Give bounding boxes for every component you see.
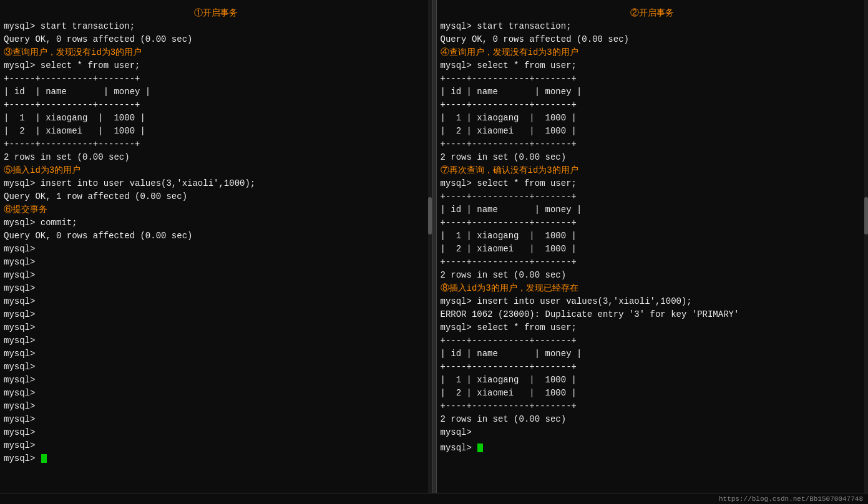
- panel-divider[interactable]: [432, 0, 437, 493]
- left-line: mysql> commit;: [4, 216, 428, 230]
- right-line: 2 rows in set (0.00 sec): [441, 413, 865, 426]
- left-line: mysql>: [4, 439, 428, 452]
- left-line: mysql>: [4, 243, 428, 256]
- right-content: mysql> start transaction;Query OK, 0 row…: [441, 20, 865, 439]
- right-line: | 1 | xiaogang | 1000 |: [441, 230, 865, 243]
- right-line: | 2 | xiaomei | 1000 |: [441, 125, 865, 138]
- left-scrollbar[interactable]: [428, 0, 432, 493]
- left-line: | id | name | money |: [4, 85, 428, 99]
- right-line: Query OK, 0 rows affected (0.00 sec): [441, 33, 865, 46]
- left-line: +-----+----------+-------+: [4, 138, 428, 151]
- left-scrollbar-thumb[interactable]: [428, 197, 432, 235]
- left-line: mysql>: [4, 374, 428, 387]
- right-line: | 1 | xiaogang | 1000 |: [441, 374, 865, 387]
- left-line: | 1 | xiaogang | 1000 |: [4, 112, 428, 125]
- left-line: mysql>: [4, 308, 428, 321]
- right-line: 2 rows in set (0.00 sec): [441, 269, 865, 282]
- left-cursor: [41, 454, 47, 463]
- left-line: mysql>: [4, 347, 428, 361]
- left-panel: ①开启事务 mysql> start transaction;Query OK,…: [0, 0, 432, 493]
- right-line: mysql> start transaction;: [441, 20, 865, 33]
- right-line: | id | name | money |: [441, 203, 865, 216]
- right-line: +----+-----------+-------+: [441, 72, 865, 85]
- left-last-line: mysql>: [4, 452, 428, 465]
- left-line: | 2 | xiaomei | 1000 |: [4, 125, 428, 138]
- left-line: ③查询用户，发现没有id为3的用户: [4, 46, 428, 59]
- left-line: mysql>: [4, 295, 428, 308]
- right-line: | 2 | xiaomei | 1000 |: [441, 243, 865, 256]
- left-line: mysql>: [4, 334, 428, 347]
- right-line: mysql> insert into user values(3,'xiaoli…: [441, 295, 865, 308]
- right-cursor: [477, 443, 483, 452]
- right-line: ④查询用户，发现没有id为3的用户: [441, 46, 865, 59]
- left-line: mysql> insert into user values(3,'xiaoli…: [4, 177, 428, 190]
- right-line: mysql>: [441, 426, 865, 439]
- left-title: ①开启事务: [4, 7, 428, 19]
- left-line: +-----+----------+-------+: [4, 72, 428, 85]
- main-container: ①开启事务 mysql> start transaction;Query OK,…: [0, 0, 868, 493]
- right-line: +----+-----------+-------+: [441, 400, 865, 413]
- left-line: mysql>: [4, 256, 428, 269]
- right-line: mysql> select * from user;: [441, 321, 865, 334]
- left-line: ⑤插入id为3的用户: [4, 164, 428, 177]
- right-line: ERROR 1062 (23000): Duplicate entry '3' …: [441, 308, 865, 321]
- right-line: +----+-----------+-------+: [441, 138, 865, 151]
- left-line: mysql>: [4, 400, 428, 413]
- left-line: mysql> start transaction;: [4, 20, 428, 33]
- right-line: +----+-----------+-------+: [441, 216, 865, 230]
- left-line: mysql>: [4, 361, 428, 374]
- right-line: mysql> select * from user;: [441, 177, 865, 190]
- left-line: mysql>: [4, 282, 428, 295]
- left-line: mysql>: [4, 413, 428, 426]
- left-line: ⑥提交事务: [4, 203, 428, 216]
- right-line: +----+-----------+-------+: [441, 190, 865, 203]
- right-line: ⑦再次查询，确认没有id为3的用户: [441, 164, 865, 177]
- left-line: mysql> select * from user;: [4, 59, 428, 72]
- left-line: +-----+----------+-------+: [4, 99, 428, 112]
- right-line: +----+-----------+-------+: [441, 99, 865, 112]
- right-title: ②开启事务: [441, 7, 865, 19]
- right-line: 2 rows in set (0.00 sec): [441, 151, 865, 164]
- right-line: +----+-----------+-------+: [441, 334, 865, 347]
- left-line: Query OK, 0 rows affected (0.00 sec): [4, 33, 428, 46]
- right-line: +----+-----------+-------+: [441, 256, 865, 269]
- right-last-line: mysql>: [441, 442, 865, 455]
- left-line: Query OK, 1 row affected (0.00 sec): [4, 190, 428, 203]
- left-content: mysql> start transaction;Query OK, 0 row…: [4, 20, 428, 452]
- left-line: mysql>: [4, 387, 428, 400]
- right-scrollbar[interactable]: [864, 0, 868, 493]
- right-line: | id | name | money |: [441, 347, 865, 361]
- left-line: mysql>: [4, 426, 428, 439]
- bottom-bar: https://blog.csdn.net/Bb15070047748: [0, 493, 868, 504]
- left-line: mysql>: [4, 269, 428, 282]
- right-line: | 1 | xiaogang | 1000 |: [441, 112, 865, 125]
- bottom-url: https://blog.csdn.net/Bb15070047748: [719, 495, 863, 503]
- left-line: 2 rows in set (0.00 sec): [4, 151, 428, 164]
- right-line: mysql> select * from user;: [441, 59, 865, 72]
- right-panel: ②开启事务 mysql> start transaction;Query OK,…: [437, 0, 869, 493]
- right-scrollbar-thumb[interactable]: [864, 197, 868, 235]
- left-line: Query OK, 0 rows affected (0.00 sec): [4, 230, 428, 243]
- right-line: +----+-----------+-------+: [441, 361, 865, 374]
- right-line: ⑧插入id为3的用户，发现已经存在: [441, 282, 865, 295]
- right-line: | id | name | money |: [441, 85, 865, 99]
- left-line: mysql>: [4, 321, 428, 334]
- right-line: | 2 | xiaomei | 1000 |: [441, 387, 865, 400]
